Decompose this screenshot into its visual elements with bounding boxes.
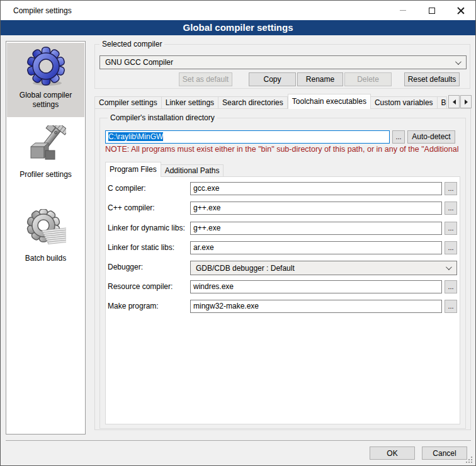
tab-additional-paths[interactable]: Additional Paths [161,164,224,177]
installation-directory-input[interactable]: C:\raylib\MinGW [105,130,390,144]
static-linker-input[interactable]: ar.exe [190,241,442,254]
static-linker-browse-button[interactable]: ... [445,241,457,254]
make-program-browse-button[interactable]: ... [445,300,457,313]
program-files-tabstrip: Program Files Additional Paths [105,162,224,177]
set-as-default-button[interactable]: Set as default [179,72,232,86]
debugger-label: Debugger: [108,261,187,274]
tab-toolchain-executables[interactable]: Toolchain executables [288,94,371,109]
dynamic-linker-input[interactable]: g++.exe [190,222,442,235]
caliper-icon [26,125,66,166]
dynamic-linker-label: Linker for dynamic libs: [108,222,187,235]
chevron-down-icon [455,59,462,65]
titlebar: Compiler settings [1,1,475,20]
cpp-compiler-input[interactable]: g++.exe [190,202,442,215]
tab-build-options[interactable]: Build options [438,96,447,109]
note-text: NOTE: All programs must exist either in … [105,145,465,154]
maximize-button[interactable] [417,1,446,20]
rename-button[interactable]: Rename [297,72,343,86]
sidebar-item-label: Profiler settings [20,170,72,179]
selected-text: C:\raylib\MinGW [108,132,163,141]
static-linker-label: Linker for static libs: [108,241,187,254]
dialog-body: Global compiler settings [1,35,475,465]
cancel-button[interactable]: Cancel [422,446,467,460]
sidebar-item-batch-builds[interactable]: Batch builds [7,209,84,280]
arrow-right-icon [465,99,468,105]
minimize-icon [400,10,406,11]
c-compiler-input[interactable]: gcc.exe [190,182,442,195]
close-button[interactable] [446,1,475,20]
window-title: Compiler settings [13,6,72,15]
chevron-down-icon [446,264,452,270]
sidebar-item-profiler-settings[interactable]: Profiler settings [7,125,84,196]
main-tabstrip: Compiler settings Linker settings Search… [94,94,447,109]
tab-custom-variables[interactable]: Custom variables [371,96,438,109]
sidebar-item-label: Batch builds [25,254,66,263]
cpp-compiler-browse-button[interactable]: ... [445,202,457,215]
tab-search-directories[interactable]: Search directories [218,96,288,109]
c-compiler-label: C compiler: [108,182,187,195]
resource-compiler-label: Resource compiler: [108,280,187,293]
ok-button[interactable]: OK [370,446,415,460]
auto-detect-button[interactable]: Auto-detect [407,130,455,144]
arrow-left-icon [453,99,456,105]
selected-compiler-group: Selected compiler GNU GCC Compiler Set a… [94,44,470,89]
maximize-icon [429,8,435,14]
resize-grip[interactable] [465,455,472,463]
make-program-label: Make program: [108,300,187,313]
tab-linker-settings[interactable]: Linker settings [162,96,218,109]
sidebar-item-label: Global compiler settings [7,91,84,110]
footer-divider [6,440,471,441]
page-title: Global compiler settings [1,20,475,35]
resource-compiler-input[interactable]: windres.exe [190,280,442,293]
installation-directory-browse-button[interactable]: ... [392,130,405,144]
group-label: Selected compiler [99,40,164,48]
tab-program-files[interactable]: Program Files [105,162,161,177]
compiler-settings-dialog: Compiler settings Global compiler settin… [0,0,476,466]
dynamic-linker-browse-button[interactable]: ... [445,222,457,235]
reset-defaults-button[interactable]: Reset defaults [404,72,460,86]
cpp-compiler-label: C++ compiler: [108,202,187,215]
delete-button[interactable]: Delete [344,72,392,86]
blue-gear-icon [26,46,66,86]
compiler-select[interactable]: GNU GCC Compiler [99,55,467,69]
group-label: Compiler's installation directory [108,113,217,122]
tab-scroll-right-button[interactable] [460,95,472,108]
tab-scroll-left-button[interactable] [448,95,460,108]
compiler-select-value: GNU GCC Compiler [105,58,173,67]
resource-compiler-browse-button[interactable]: ... [445,280,457,293]
copy-button[interactable]: Copy [249,72,296,86]
settings-sidebar: Global compiler settings [6,41,86,435]
sidebar-item-global-compiler-settings[interactable]: Global compiler settings [7,43,84,117]
debugger-select[interactable]: GDB/CDB debugger : Default [190,261,457,275]
close-icon [457,7,465,14]
make-program-input[interactable]: mingw32-make.exe [190,300,442,313]
c-compiler-browse-button[interactable]: ... [445,182,457,195]
gear-stack-icon [26,209,66,249]
tab-compiler-settings[interactable]: Compiler settings [94,96,162,109]
debugger-select-value: GDB/CDB debugger : Default [196,264,295,273]
minimize-button[interactable] [388,1,417,20]
